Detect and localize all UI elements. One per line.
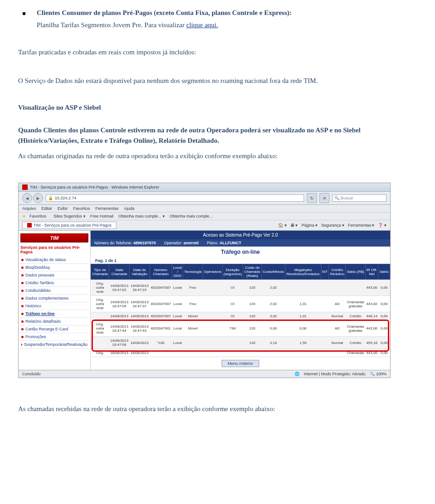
table-cell <box>321 337 329 349</box>
menu-item[interactable]: Favoritos <box>73 206 90 211</box>
sidebar-item[interactable]: Visualização de status <box>20 256 88 264</box>
table-cell: 14/08/2013 18:47:44 <box>130 320 150 337</box>
table-cell: Local <box>172 320 183 337</box>
originadas-paragraph: As chamadas originadas na rede de outra … <box>18 152 417 160</box>
sidebar-item-label: Tráfego on-line <box>25 311 55 316</box>
status-zoom[interactable]: 🔍 100% <box>370 372 387 376</box>
menu-item[interactable]: Editar <box>42 206 53 211</box>
table-cell <box>203 320 222 337</box>
ie-tab-bar: TIM - Serviços para os usuários Pré-Pago… <box>19 220 390 231</box>
sidebar-item-label: Dados pessoais <box>25 273 54 277</box>
sidebar-item[interactable]: Bloq/Desbloq <box>20 264 88 271</box>
table-cell: 0,00 <box>285 320 321 337</box>
stop-button[interactable]: ✕ <box>319 193 329 203</box>
table-cell: Orig. outra rede <box>91 296 109 312</box>
favorite-link[interactable]: Obtenha mais comple... <box>169 214 213 218</box>
ie-tool[interactable]: Ferramentas ▾ <box>348 223 375 228</box>
sidebar-item-label: Cartão Recarga E-Card <box>25 327 68 331</box>
dot-icon <box>21 282 24 284</box>
ie-tool[interactable]: 🏠 ▾ <box>278 223 287 228</box>
table-cell: 1,01 <box>285 312 321 320</box>
dot-icon <box>21 259 24 261</box>
table-row: 14/08/2013 18:47:5814/08/2013*100Local12… <box>91 337 390 349</box>
browser-tab[interactable]: TIM - Serviços para os usuários Pré-Pago… <box>22 222 116 229</box>
sidebar-item[interactable]: Tráfego on-line <box>20 310 88 318</box>
favorites-label[interactable]: Favoritos <box>29 214 46 218</box>
traffic-table: Tipo de ChamadaData ChamadaData de Valid… <box>91 264 390 357</box>
sidebar-item[interactable]: Promoções <box>20 333 88 341</box>
table-cell: 0,00 <box>378 320 390 337</box>
table-cell <box>321 349 329 357</box>
ie-statusbar: Concluído 🌐 Internet | Modo Protegido: A… <box>19 370 390 378</box>
window-title: TIM - Serviços para os usuários Pré-Pago… <box>30 185 160 189</box>
sidebar-item[interactable]: Crédito Tarifário <box>20 279 88 287</box>
sidebar-item[interactable]: Histórico <box>20 302 88 310</box>
favorite-link[interactable]: Sites Sugeridos ▾ <box>53 214 86 218</box>
sidebar-header: Serviços para os usuários Pré-Pagos <box>20 245 88 254</box>
favorite-link[interactable]: Free Hotmail <box>89 214 114 218</box>
address-bar[interactable]: 🔒 10.224.2.74 <box>46 194 304 202</box>
favorite-link[interactable]: Obtenha mais comple... ▾ <box>117 214 165 218</box>
table-cell: 3,18 <box>261 337 285 349</box>
tarifas-heading: Tarifas praticadas e cobradas em reais c… <box>18 47 417 58</box>
sidebar-item[interactable]: Dados pessoais <box>20 271 88 279</box>
menu-item[interactable]: Ajuda <box>124 206 135 211</box>
table-cell: Crédito <box>346 312 365 320</box>
table-cell: 14/08/2013 18:47:02 <box>109 280 130 296</box>
table-cell: *100 <box>150 337 172 349</box>
clique-aqui-link[interactable]: clique aqui. <box>186 21 218 29</box>
tab-title: TIM - Serviços para os usuários Pré-Pago… <box>34 223 111 228</box>
table-cell: 14/08/2013 <box>130 312 150 320</box>
globe-icon: 🌐 <box>295 372 300 376</box>
table-cell: 120 <box>243 280 261 296</box>
sidebar-item[interactable]: Relatório detalhado <box>20 318 88 325</box>
trafego-title: Tráfego on-line <box>91 247 390 257</box>
dot-icon <box>21 336 24 338</box>
sidebar-item[interactable]: Dados complementares <box>20 295 88 302</box>
menu-anterior-button[interactable]: Menu Anterior <box>222 360 259 367</box>
search-box[interactable]: 🔍 Buscar <box>332 194 387 202</box>
table-cell <box>172 349 183 357</box>
menu-item[interactable]: Exibir <box>58 206 68 211</box>
ie-tool[interactable]: ❓ ▾ <box>378 223 387 228</box>
ie-titlebar: TIM - Serviços para os usuários Pré-Pago… <box>19 183 390 192</box>
ie-tool[interactable]: Página ▾ <box>301 223 318 228</box>
table-cell <box>91 337 109 349</box>
table-header: Tipo de Chamada <box>91 264 109 280</box>
table-cell <box>321 280 329 296</box>
forward-button[interactable]: ► <box>33 193 43 203</box>
sidebar-item[interactable]: Crédito/débito <box>20 287 88 295</box>
table-cell: 2,02 <box>261 296 285 312</box>
sidebar-item[interactable]: Suspensão/Temporária/Reativação <box>20 341 88 349</box>
ie-tool[interactable]: 🖶 ▾ <box>290 223 298 228</box>
table-cell <box>321 312 329 320</box>
subline: Planilha Tarifas Segmentos Jovem Pre. Pa… <box>37 21 417 29</box>
search-icon: 🔍 <box>334 196 339 200</box>
sidebar-item-label: Dados complementares <box>25 296 68 300</box>
app-info-row: Número do Telefone: 4899197970 Operador:… <box>91 239 390 247</box>
menu-item[interactable]: Arquivo <box>22 206 36 211</box>
table-cell: Chamadas gratuitas <box>346 320 365 337</box>
table-cell: 448,14 <box>365 312 378 320</box>
table-cell <box>329 349 346 357</box>
refresh-button[interactable]: ↻ <box>307 193 317 203</box>
table-cell <box>321 320 329 337</box>
table-cell: 14/08/2013 18:47:22 <box>130 280 150 296</box>
table-cell <box>203 280 222 296</box>
table-cell: 4832047007 <box>150 296 172 312</box>
table-header: Custo/Minuto <box>261 264 285 280</box>
back-button[interactable]: ◄ <box>22 193 32 203</box>
ie-tool[interactable]: Segurança ▾ <box>321 223 344 228</box>
menu-item[interactable]: Ferramentas <box>96 206 119 211</box>
table-cell: Local <box>172 296 183 312</box>
status-left: Concluído <box>22 372 41 376</box>
sidebar-item[interactable]: Cartão Recarga E-Card <box>20 325 88 333</box>
sidebar-item-label: Histórico <box>25 304 41 308</box>
ie-favorites-bar: ★ Favoritos Sites Sugeridos ▾ Free Hotma… <box>19 213 390 220</box>
table-header: Número Chamado <box>150 264 172 280</box>
table-cell: AD <box>329 296 346 312</box>
dot-icon <box>21 344 22 346</box>
tab-favicon <box>27 223 32 228</box>
bullet-marker <box>23 12 25 15</box>
table-cell: 0,00 <box>261 320 285 337</box>
